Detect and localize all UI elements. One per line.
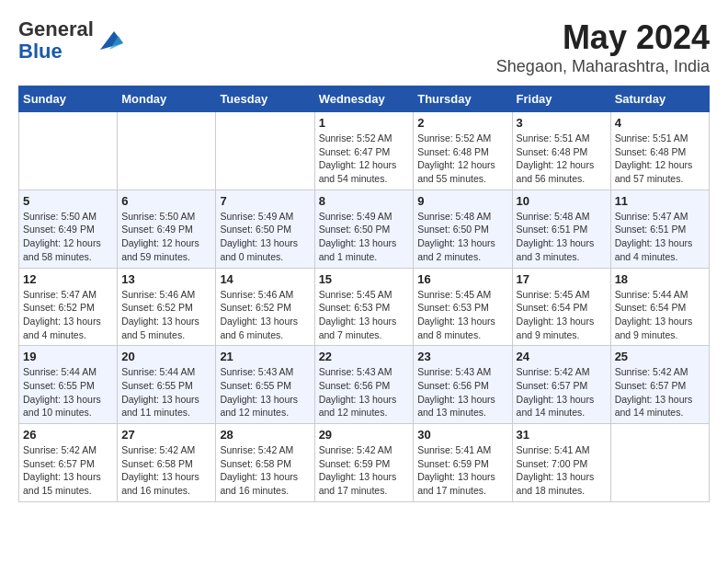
- calendar-cell: 11Sunrise: 5:47 AM Sunset: 6:51 PM Dayli…: [610, 190, 709, 268]
- calendar-cell: 10Sunrise: 5:48 AM Sunset: 6:51 PM Dayli…: [512, 190, 610, 268]
- day-number: 26: [23, 428, 113, 442]
- day-number: 2: [417, 116, 507, 130]
- calendar-cell: 21Sunrise: 5:43 AM Sunset: 6:55 PM Dayli…: [216, 346, 314, 424]
- calendar-cell: 31Sunrise: 5:41 AM Sunset: 7:00 PM Dayli…: [512, 424, 610, 502]
- page-header: General Blue May 2024 Shegaon, Maharasht…: [18, 18, 710, 76]
- day-number: 8: [319, 194, 410, 208]
- day-number: 9: [417, 194, 507, 208]
- day-number: 10: [517, 194, 607, 208]
- day-detail: Sunrise: 5:43 AM Sunset: 6:56 PM Dayligh…: [319, 365, 410, 419]
- day-number: 25: [615, 350, 705, 363]
- day-detail: Sunrise: 5:46 AM Sunset: 6:52 PM Dayligh…: [220, 288, 310, 342]
- calendar-cell: 28Sunrise: 5:42 AM Sunset: 6:58 PM Dayli…: [216, 424, 314, 502]
- logo-icon: [96, 27, 123, 54]
- calendar-cell: 15Sunrise: 5:45 AM Sunset: 6:53 PM Dayli…: [314, 268, 414, 346]
- day-number: 20: [121, 350, 211, 363]
- calendar-cell: 8Sunrise: 5:49 AM Sunset: 6:50 PM Daylig…: [314, 190, 414, 268]
- calendar-cell: 4Sunrise: 5:51 AM Sunset: 6:48 PM Daylig…: [610, 112, 709, 190]
- calendar-cell: 16Sunrise: 5:45 AM Sunset: 6:53 PM Dayli…: [414, 268, 512, 346]
- day-number: 1: [319, 116, 410, 130]
- weekday-header-thursday: Thursday: [414, 86, 512, 112]
- weekday-header-saturday: Saturday: [610, 86, 709, 112]
- calendar-cell: 1Sunrise: 5:52 AM Sunset: 6:47 PM Daylig…: [314, 112, 414, 190]
- day-detail: Sunrise: 5:49 AM Sunset: 6:50 PM Dayligh…: [319, 210, 410, 264]
- day-detail: Sunrise: 5:43 AM Sunset: 6:55 PM Dayligh…: [220, 365, 310, 419]
- calendar-cell: 3Sunrise: 5:51 AM Sunset: 6:48 PM Daylig…: [512, 112, 610, 190]
- day-detail: Sunrise: 5:45 AM Sunset: 6:53 PM Dayligh…: [319, 288, 410, 342]
- day-detail: Sunrise: 5:45 AM Sunset: 6:53 PM Dayligh…: [417, 288, 507, 342]
- day-detail: Sunrise: 5:42 AM Sunset: 6:58 PM Dayligh…: [121, 443, 211, 498]
- day-detail: Sunrise: 5:41 AM Sunset: 7:00 PM Dayligh…: [517, 443, 607, 498]
- day-detail: Sunrise: 5:52 AM Sunset: 6:48 PM Dayligh…: [417, 132, 507, 186]
- title-block: May 2024 Shegaon, Maharashtra, India: [496, 18, 710, 76]
- day-number: 7: [220, 194, 310, 208]
- day-detail: Sunrise: 5:43 AM Sunset: 6:56 PM Dayligh…: [417, 365, 507, 419]
- calendar-cell: 23Sunrise: 5:43 AM Sunset: 6:56 PM Dayli…: [414, 346, 512, 424]
- day-number: 5: [23, 194, 113, 208]
- day-number: 18: [615, 272, 705, 286]
- day-detail: Sunrise: 5:42 AM Sunset: 6:57 PM Dayligh…: [23, 443, 113, 498]
- day-detail: Sunrise: 5:42 AM Sunset: 6:59 PM Dayligh…: [319, 443, 410, 498]
- day-detail: Sunrise: 5:47 AM Sunset: 6:51 PM Dayligh…: [615, 210, 705, 264]
- day-detail: Sunrise: 5:46 AM Sunset: 6:52 PM Dayligh…: [121, 288, 211, 342]
- calendar-cell: [19, 112, 118, 190]
- day-number: 28: [220, 428, 310, 442]
- day-number: 19: [23, 350, 113, 363]
- location-title: Shegaon, Maharashtra, India: [496, 57, 710, 76]
- day-number: 16: [417, 272, 507, 286]
- day-detail: Sunrise: 5:42 AM Sunset: 6:58 PM Dayligh…: [220, 443, 310, 498]
- weekday-header-sunday: Sunday: [19, 86, 118, 112]
- calendar-table: SundayMondayTuesdayWednesdayThursdayFrid…: [18, 86, 710, 502]
- day-detail: Sunrise: 5:44 AM Sunset: 6:54 PM Dayligh…: [615, 288, 705, 342]
- calendar-cell: 20Sunrise: 5:44 AM Sunset: 6:55 PM Dayli…: [118, 346, 216, 424]
- day-number: 4: [615, 116, 705, 130]
- day-detail: Sunrise: 5:42 AM Sunset: 6:57 PM Dayligh…: [517, 365, 607, 419]
- day-detail: Sunrise: 5:45 AM Sunset: 6:54 PM Dayligh…: [517, 288, 607, 342]
- calendar-cell: 22Sunrise: 5:43 AM Sunset: 6:56 PM Dayli…: [314, 346, 414, 424]
- day-detail: Sunrise: 5:51 AM Sunset: 6:48 PM Dayligh…: [517, 132, 607, 186]
- calendar-cell: 2Sunrise: 5:52 AM Sunset: 6:48 PM Daylig…: [414, 112, 512, 190]
- day-number: 17: [517, 272, 607, 286]
- day-detail: Sunrise: 5:48 AM Sunset: 6:51 PM Dayligh…: [517, 210, 607, 264]
- calendar-cell: 26Sunrise: 5:42 AM Sunset: 6:57 PM Dayli…: [19, 424, 118, 502]
- calendar-cell: [610, 424, 709, 502]
- day-detail: Sunrise: 5:52 AM Sunset: 6:47 PM Dayligh…: [319, 132, 410, 186]
- calendar-cell: 6Sunrise: 5:50 AM Sunset: 6:49 PM Daylig…: [118, 190, 216, 268]
- calendar-cell: 19Sunrise: 5:44 AM Sunset: 6:55 PM Dayli…: [19, 346, 118, 424]
- day-number: 13: [121, 272, 211, 286]
- calendar-cell: 13Sunrise: 5:46 AM Sunset: 6:52 PM Dayli…: [118, 268, 216, 346]
- weekday-header-monday: Monday: [118, 86, 216, 112]
- calendar-cell: 27Sunrise: 5:42 AM Sunset: 6:58 PM Dayli…: [118, 424, 216, 502]
- day-detail: Sunrise: 5:50 AM Sunset: 6:49 PM Dayligh…: [23, 210, 113, 264]
- calendar-cell: 5Sunrise: 5:50 AM Sunset: 6:49 PM Daylig…: [19, 190, 118, 268]
- calendar-cell: 25Sunrise: 5:42 AM Sunset: 6:57 PM Dayli…: [610, 346, 709, 424]
- day-number: 14: [220, 272, 310, 286]
- logo: General Blue: [18, 18, 123, 63]
- day-detail: Sunrise: 5:41 AM Sunset: 6:59 PM Dayligh…: [417, 443, 507, 498]
- day-number: 15: [319, 272, 410, 286]
- day-number: 21: [220, 350, 310, 363]
- day-number: 30: [417, 428, 507, 442]
- calendar-cell: 30Sunrise: 5:41 AM Sunset: 6:59 PM Dayli…: [414, 424, 512, 502]
- day-number: 11: [615, 194, 705, 208]
- day-detail: Sunrise: 5:44 AM Sunset: 6:55 PM Dayligh…: [23, 365, 113, 419]
- day-detail: Sunrise: 5:49 AM Sunset: 6:50 PM Dayligh…: [220, 210, 310, 264]
- day-number: 12: [23, 272, 113, 286]
- day-detail: Sunrise: 5:44 AM Sunset: 6:55 PM Dayligh…: [121, 365, 211, 419]
- day-detail: Sunrise: 5:42 AM Sunset: 6:57 PM Dayligh…: [615, 365, 705, 419]
- calendar-cell: 9Sunrise: 5:48 AM Sunset: 6:50 PM Daylig…: [414, 190, 512, 268]
- day-number: 3: [517, 116, 607, 130]
- calendar-cell: 12Sunrise: 5:47 AM Sunset: 6:52 PM Dayli…: [19, 268, 118, 346]
- calendar-header: SundayMondayTuesdayWednesdayThursdayFrid…: [19, 86, 710, 112]
- calendar-cell: 24Sunrise: 5:42 AM Sunset: 6:57 PM Dayli…: [512, 346, 610, 424]
- day-number: 27: [121, 428, 211, 442]
- day-number: 6: [121, 194, 211, 208]
- day-number: 31: [517, 428, 607, 442]
- day-number: 23: [417, 350, 507, 363]
- day-detail: Sunrise: 5:50 AM Sunset: 6:49 PM Dayligh…: [121, 210, 211, 264]
- calendar-cell: 7Sunrise: 5:49 AM Sunset: 6:50 PM Daylig…: [216, 190, 314, 268]
- calendar-cell: [118, 112, 216, 190]
- day-number: 22: [319, 350, 410, 363]
- calendar-cell: 17Sunrise: 5:45 AM Sunset: 6:54 PM Dayli…: [512, 268, 610, 346]
- day-detail: Sunrise: 5:47 AM Sunset: 6:52 PM Dayligh…: [23, 288, 113, 342]
